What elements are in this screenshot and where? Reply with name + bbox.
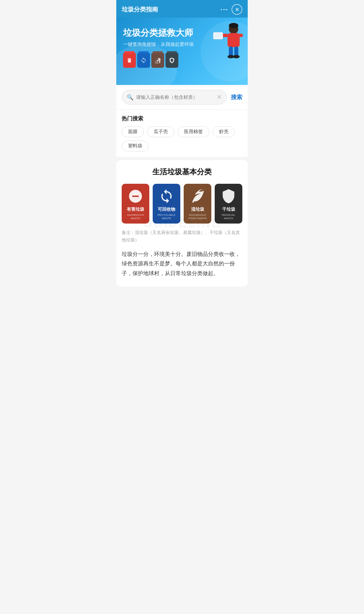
- waste-card[interactable]: 湿垃圾 HOUSEHOLD FOOD WASTE: [184, 184, 211, 224]
- waste-card-name-en: HAZARDOUS WASTE: [124, 213, 147, 221]
- top-bar-actions: ··· ✕: [220, 4, 242, 15]
- app-title: 垃圾分类指南: [122, 5, 158, 13]
- body-text: 垃圾分一分，环境美十分。废旧物品分类收一收，绿色资源再生不是梦。每个人都是大自然…: [122, 250, 242, 279]
- waste-categories: 有害垃圾 HAZARDOUS WASTE 可回收物 RECYCLABLE WAS…: [122, 184, 242, 224]
- note-text: 备注：湿垃圾（又名厨余垃圾、易腐垃圾）、干垃圾（又名其他垃圾）: [122, 229, 242, 244]
- waste-card-name-en: RECYCLABLE WASTE: [155, 213, 178, 221]
- classification-section: GUIDELINE 生活垃圾基本分类 有害垃圾 HAZARDOUS WASTE …: [116, 160, 248, 287]
- hero-banner: 垃圾分类拯救大师 一键查询免烦恼，从我做起爱环保: [116, 18, 248, 85]
- mini-bin-dark: [165, 53, 178, 68]
- hot-tag[interactable]: 塑料袋: [122, 141, 149, 151]
- search-input[interactable]: [136, 94, 214, 100]
- hot-tag[interactable]: 医用棉签: [178, 126, 209, 137]
- waste-card-name-en: RESIDUAL WASTE: [217, 213, 240, 221]
- waste-card-name-en: HOUSEHOLD FOOD WASTE: [186, 213, 209, 221]
- hot-tag[interactable]: 虾壳: [213, 126, 235, 137]
- hero-bins: [123, 53, 241, 73]
- waste-card[interactable]: 有害垃圾 HAZARDOUS WASTE: [122, 184, 149, 224]
- hot-tag[interactable]: 瓜子壳: [147, 126, 174, 137]
- search-clear-icon[interactable]: ✕: [217, 93, 222, 101]
- search-icon: 🔍: [127, 94, 133, 100]
- top-bar: 垃圾分类指南 ··· ✕: [116, 0, 248, 18]
- mini-bin-red: [123, 53, 136, 68]
- close-icon: ✕: [235, 6, 239, 13]
- more-icon[interactable]: ···: [220, 6, 228, 13]
- waste-card-name-cn: 湿垃圾: [191, 207, 204, 212]
- search-button[interactable]: 搜索: [231, 93, 242, 101]
- hot-tag[interactable]: 面膜: [122, 126, 144, 137]
- search-input-wrapper[interactable]: 🔍 ✕: [122, 90, 227, 105]
- mini-bin-blue: [137, 53, 150, 68]
- waste-card-name-cn: 可回收物: [158, 207, 175, 212]
- waste-card[interactable]: 干垃圾 RESIDUAL WASTE: [215, 184, 242, 224]
- hot-search-tags: 面膜瓜子壳医用棉签虾壳塑料袋: [122, 126, 242, 154]
- hero-title: 垃圾分类拯救大师: [123, 27, 241, 39]
- search-bar: 🔍 ✕ 搜索: [122, 90, 242, 105]
- search-section: 🔍 ✕ 搜索: [116, 85, 248, 109]
- hot-search-title: 热门搜索: [122, 115, 242, 122]
- hero-subtitle: 一键查询免烦恼，从我做起爱环保: [123, 41, 241, 48]
- mini-bin-brown: [151, 53, 164, 68]
- waste-card-name-cn: 干垃圾: [222, 207, 235, 212]
- hot-search-section: 热门搜索 面膜瓜子壳医用棉签虾壳塑料袋: [116, 110, 248, 157]
- close-button[interactable]: ✕: [232, 4, 242, 15]
- waste-card[interactable]: 可回收物 RECYCLABLE WASTE: [153, 184, 180, 224]
- waste-card-name-cn: 有害垃圾: [127, 207, 144, 212]
- section-title: 生活垃圾基本分类: [122, 167, 242, 177]
